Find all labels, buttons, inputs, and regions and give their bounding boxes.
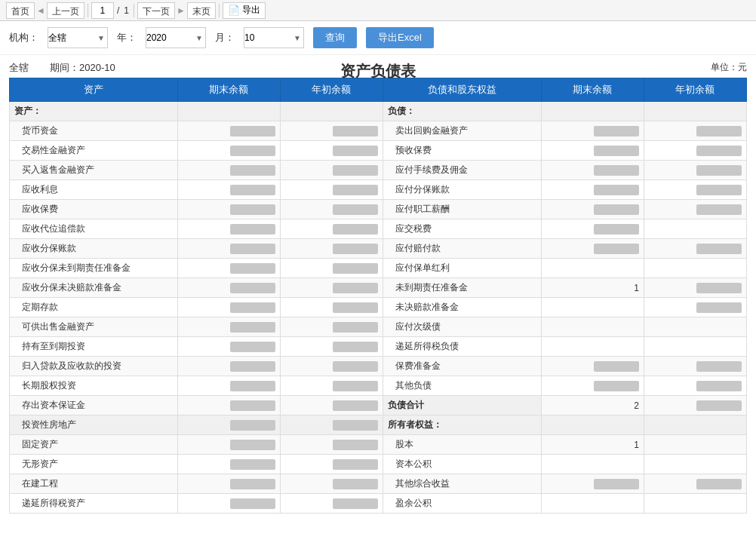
end-balance2-cell (541, 121, 644, 141)
table-row: 投资性房地产 所有者权益： (10, 416, 747, 435)
end-balance2-cell (541, 219, 644, 239)
liability-cell: 所有者权益： (383, 416, 541, 435)
end-balance-cell (177, 102, 280, 121)
begin-balance-cell (280, 494, 383, 514)
end-balance2-cell (541, 239, 644, 259)
begin-balance-cell (280, 298, 383, 317)
end-balance2-cell (541, 474, 644, 494)
begin-balance-cell (280, 337, 383, 357)
last-page-button[interactable]: 末页 (187, 2, 216, 19)
begin-balance2-cell (644, 317, 746, 337)
nav-separator-1: ◄ (36, 5, 45, 16)
first-page-button[interactable]: 首页 (6, 2, 35, 19)
report-unit: 单位：元 (711, 61, 747, 74)
begin-balance-cell (280, 396, 383, 416)
asset-cell: 买入返售金融资产 (10, 161, 178, 180)
asset-cell: 资产： (10, 102, 178, 121)
end-balance-cell (177, 337, 280, 357)
begin-balance2-cell (644, 357, 746, 376)
table-header-row: 资产 期末余额 年初余额 负债和股东权益 期末余额 年初余额 (10, 78, 747, 102)
report-title: 资产负债表 (340, 61, 416, 81)
asset-cell: 货币资金 (10, 121, 178, 141)
liability-cell: 其他综合收益 (383, 474, 541, 494)
end-balance-cell (177, 474, 280, 494)
end-balance2-cell (541, 494, 644, 514)
asset-cell: 应收分保未决赔款准备金 (10, 278, 178, 298)
table-row: 交易性金融资产 预收保费 (10, 141, 747, 161)
asset-cell: 应收保费 (10, 200, 178, 219)
begin-balance2-cell (644, 102, 746, 121)
begin-balance-cell (280, 200, 383, 219)
month-select-wrapper: 10 ▼ (244, 27, 304, 48)
end-balance-cell (177, 298, 280, 317)
year-select[interactable]: 2020 (146, 27, 206, 48)
end-balance-cell (177, 317, 280, 337)
begin-balance2-cell (644, 455, 746, 474)
year-label: 年： (117, 31, 137, 44)
col-end-balance2: 期末余额 (541, 78, 644, 102)
end-balance-cell (177, 121, 280, 141)
end-balance-cell (177, 376, 280, 396)
month-select[interactable]: 10 (244, 27, 304, 48)
begin-balance2-cell (644, 278, 746, 298)
report-table: 资产 期末余额 年初余额 负债和股东权益 期末余额 年初余额 资产： 负债： 货… (9, 78, 747, 514)
table-row: 持有至到期投资 递延所得税负债 (10, 337, 747, 357)
prev-page-button[interactable]: 上一页 (47, 2, 85, 19)
end-balance-cell (177, 494, 280, 514)
asset-cell: 定期存款 (10, 298, 178, 317)
export-excel-button[interactable]: 导出Excel (366, 27, 434, 48)
begin-balance2-cell (644, 337, 746, 357)
nav-export-button[interactable]: 📄 导出 (223, 2, 266, 19)
end-balance2-cell (541, 141, 644, 161)
begin-balance2-cell (644, 435, 746, 455)
table-row: 应收代位追偿款 应交税费 (10, 219, 747, 239)
end-balance2-cell (541, 102, 644, 121)
next-page-button[interactable]: 下一页 (137, 2, 175, 19)
liability-cell: 未到期责任准备金 (383, 278, 541, 298)
table-row: 归入贷款及应收款的投资 保费准备金 (10, 357, 747, 376)
end-balance2-cell (541, 180, 644, 200)
asset-cell: 应收分保未到期责任准备金 (10, 259, 178, 278)
begin-balance-cell (280, 474, 383, 494)
table-row: 应收保费 应付职工薪酬 (10, 200, 747, 219)
liability-cell: 递延所得税负债 (383, 337, 541, 357)
page-number-input[interactable] (91, 2, 114, 19)
end-balance2-cell (541, 337, 644, 357)
end-balance-cell (177, 435, 280, 455)
table-row: 长期股权投资 其他负债 (10, 376, 747, 396)
asset-cell: 持有至到期投资 (10, 337, 178, 357)
page-sep: / (115, 5, 121, 16)
end-balance-cell (177, 278, 280, 298)
asset-cell: 应收代位追偿款 (10, 219, 178, 239)
asset-cell: 交易性金融资产 (10, 141, 178, 161)
end-balance-cell (177, 239, 280, 259)
asset-cell: 投资性房地产 (10, 416, 178, 435)
month-label: 月： (215, 31, 235, 44)
begin-balance2-cell (644, 494, 746, 514)
liability-cell: 应付手续费及佣金 (383, 161, 541, 180)
asset-cell: 归入贷款及应收款的投资 (10, 357, 178, 376)
liability-cell: 应付分保账款 (383, 180, 541, 200)
liability-cell: 预收保费 (383, 141, 541, 161)
end-balance-cell (177, 357, 280, 376)
end-balance-cell (177, 161, 280, 180)
org-select[interactable]: 全辖 (48, 27, 108, 48)
begin-balance-cell (280, 161, 383, 180)
table-row: 可供出售金融资产 应付次级债 (10, 317, 747, 337)
end-balance-cell (177, 416, 280, 435)
asset-cell: 长期股权投资 (10, 376, 178, 396)
col-liability: 负债和股东权益 (383, 78, 541, 102)
begin-balance-cell (280, 259, 383, 278)
asset-cell: 存出资本保证金 (10, 396, 178, 416)
nav-bar: 首页 ◄ 上一页 / 1 下一页 ► 末页 📄 导出 (0, 0, 756, 21)
end-balance2-cell: 2 (541, 396, 644, 416)
report-meta-left: 全辖 期间：2020-10 (9, 61, 115, 75)
end-balance2-cell: 1 (541, 435, 644, 455)
liability-cell: 未决赔款准备金 (383, 298, 541, 317)
begin-balance-cell (280, 455, 383, 474)
end-balance2-cell (541, 455, 644, 474)
begin-balance2-cell (644, 141, 746, 161)
query-button[interactable]: 查询 (313, 27, 357, 48)
report-header: 全辖 期间：2020-10 资产负债表 单位：元 (9, 61, 747, 75)
report-container: 全辖 期间：2020-10 资产负债表 单位：元 资产 期末余额 年初余额 负债… (0, 55, 756, 520)
